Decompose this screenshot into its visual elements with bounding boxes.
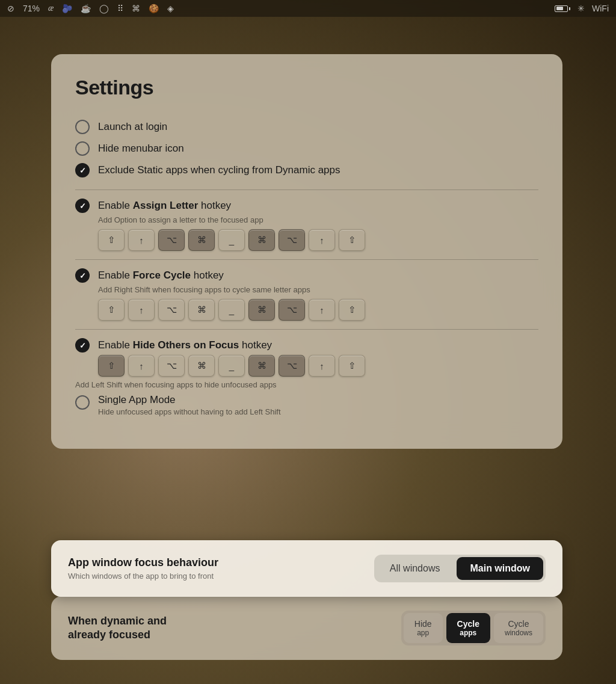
cycle-apps-button[interactable]: Cycle apps — [446, 613, 490, 643]
settings-panel: Settings Launch at login Hide menubar ic… — [51, 54, 562, 449]
ho-key-up-1[interactable]: ↑ — [128, 355, 155, 377]
force-cycle-checkbox[interactable] — [75, 268, 90, 283]
key-up-2[interactable]: ↑ — [309, 229, 335, 251]
divider-3 — [75, 329, 538, 330]
focus-card: App window focus behaviour Which windows… — [51, 540, 562, 597]
fc-key-option-2[interactable]: ⌥ — [279, 299, 305, 321]
bluetooth-icon: ✳ — [578, 4, 585, 13]
fc-key-sep-1[interactable]: _ — [218, 299, 245, 321]
hide-others-bold: Hide Others on Focus — [133, 339, 239, 351]
divider-2 — [75, 259, 538, 260]
wifi-icon: WiFi — [592, 4, 609, 13]
key-cmd-1[interactable]: ⌘ — [188, 229, 215, 251]
key-up-1[interactable]: ↑ — [128, 229, 155, 251]
battery-percent: 71% — [23, 4, 40, 13]
ho-key-option-1[interactable]: ⌥ — [158, 355, 185, 377]
force-cycle-title: Enable Force Cycle hotkey — [98, 270, 224, 282]
ho-key-option-2[interactable]: ⌥ — [279, 355, 305, 377]
settings-title: Settings — [75, 76, 538, 99]
exclude-static-checkbox[interactable] — [75, 163, 90, 177]
launch-login-row[interactable]: Launch at login — [75, 116, 538, 138]
assign-letter-checkbox[interactable] — [75, 199, 90, 213]
grid-icon: ⠿ — [117, 4, 123, 13]
ae-icon: æ — [48, 4, 54, 13]
hide-others-keys: ⇧ ↑ ⌥ ⌘ _ ⌘ ⌥ ↑ ⇧ — [98, 355, 538, 377]
key-shift-1[interactable]: ⇧ — [98, 229, 125, 251]
all-windows-button[interactable]: All windows — [377, 557, 454, 580]
circle-icon: ◯ — [99, 4, 109, 13]
launch-login-checkbox[interactable] — [75, 120, 90, 134]
ho-key-up-2[interactable]: ↑ — [309, 355, 335, 377]
fc-key-cmd-1[interactable]: ⌘ — [188, 299, 215, 321]
assign-letter-keys: ⇧ ↑ ⌥ ⌘ _ ⌘ ⌥ ↑ ⇧ — [98, 229, 538, 251]
fc-key-cmd-2[interactable]: ⌘ — [248, 299, 275, 321]
assign-letter-bold: Assign Letter — [133, 200, 199, 211]
menubar: ⊘ 71% æ 🫐 ☕ ◯ ⠿ ⌘ 🍪 ◈ ✳ WiFi — [0, 0, 616, 17]
layers-icon: ◈ — [167, 4, 174, 13]
force-cycle-bold: Force Cycle — [133, 270, 191, 281]
force-cycle-header: Enable Force Cycle hotkey — [75, 268, 538, 283]
key-cmd-2[interactable]: ⌘ — [248, 229, 275, 251]
dynamic-title: When dynamic and already focused — [68, 614, 167, 642]
ho-key-shift-2[interactable]: ⇧ — [339, 355, 365, 377]
menubar-left: ⊘ 71% æ 🫐 ☕ ◯ ⠿ ⌘ 🍪 ◈ — [7, 4, 174, 13]
hide-menubar-checkbox[interactable] — [75, 141, 90, 156]
command-icon: ⌘ — [132, 4, 140, 13]
hide-others-subtitle: Add Left Shift when focusing apps to hid… — [75, 380, 538, 389]
battery-icon — [555, 5, 570, 12]
exclude-static-row[interactable]: Exclude Static apps when cycling from Dy… — [75, 159, 538, 181]
force-cycle-keys: ⇧ ↑ ⌥ ⌘ _ ⌘ ⌥ ↑ ⇧ — [98, 299, 538, 321]
hide-menubar-row[interactable]: Hide menubar icon — [75, 138, 538, 159]
key-shift-2[interactable]: ⇧ — [339, 229, 365, 251]
force-cycle-section: Enable Force Cycle hotkey Add Right Shif… — [75, 268, 538, 321]
droplet-icon: 🫐 — [62, 4, 72, 13]
dynamic-buttons: Hide app Cycle apps Cycle windows — [401, 611, 546, 645]
fc-key-option-1[interactable]: ⌥ — [158, 299, 185, 321]
focus-card-text: App window focus behaviour Which windows… — [68, 556, 218, 581]
focus-card-buttons: All windows Main window — [374, 555, 546, 582]
exclude-static-label: Exclude Static apps when cycling from Dy… — [98, 164, 340, 176]
main-window-button[interactable]: Main window — [457, 557, 543, 580]
menubar-right: ✳ WiFi — [555, 4, 609, 13]
single-app-text: Single App Mode Hide unfocused apps with… — [98, 394, 281, 421]
divider-1 — [75, 189, 538, 190]
fc-key-shift-1[interactable]: ⇧ — [98, 299, 125, 321]
force-cycle-subtitle: Add Right Shift when focusing apps to cy… — [98, 285, 538, 294]
hide-others-section: Enable Hide Others on Focus hotkey ⇧ ↑ ⌥… — [75, 338, 538, 421]
hide-others-title: Enable Hide Others on Focus hotkey — [98, 339, 272, 351]
fc-key-up-2[interactable]: ↑ — [309, 299, 335, 321]
single-app-row[interactable]: Single App Mode Hide unfocused apps with… — [75, 394, 538, 421]
focus-card-title: App window focus behaviour — [68, 556, 218, 569]
cycle-windows-button[interactable]: Cycle windows — [494, 613, 543, 643]
single-app-sublabel: Hide unfocused apps without having to ad… — [98, 407, 281, 416]
ho-key-sep-1[interactable]: _ — [218, 355, 245, 377]
assign-letter-subtitle: Add Option to assign a letter to the foc… — [98, 215, 538, 224]
ho-key-shift-1[interactable]: ⇧ — [98, 355, 125, 377]
dynamic-section: When dynamic and already focused Hide ap… — [51, 596, 562, 660]
hide-menubar-label: Hide menubar icon — [98, 143, 184, 155]
assign-letter-header: Enable Assign Letter hotkey — [75, 199, 538, 213]
focus-card-subtitle: Which windows of the app to bring to fro… — [68, 572, 218, 581]
assign-letter-section: Enable Assign Letter hotkey Add Option t… — [75, 199, 538, 251]
circle-slash-icon: ⊘ — [7, 4, 14, 13]
key-sep-1[interactable]: _ — [218, 229, 245, 251]
coffee-icon: ☕ — [81, 4, 91, 13]
ho-key-cmd-1[interactable]: ⌘ — [188, 355, 215, 377]
assign-letter-title: Enable Assign Letter hotkey — [98, 200, 231, 212]
launch-login-label: Launch at login — [98, 121, 167, 133]
cookie-icon: 🍪 — [149, 4, 159, 13]
key-option-1[interactable]: ⌥ — [158, 229, 185, 251]
single-app-label: Single App Mode — [98, 394, 281, 406]
single-app-checkbox[interactable] — [75, 395, 90, 410]
dynamic-text: When dynamic and already focused — [68, 614, 167, 642]
ho-key-cmd-2[interactable]: ⌘ — [248, 355, 275, 377]
hide-others-header: Enable Hide Others on Focus hotkey — [75, 338, 538, 353]
fc-key-up-1[interactable]: ↑ — [128, 299, 155, 321]
fc-key-shift-2[interactable]: ⇧ — [339, 299, 365, 321]
hide-others-checkbox[interactable] — [75, 338, 90, 353]
key-option-2[interactable]: ⌥ — [279, 229, 305, 251]
hide-app-button[interactable]: Hide app — [404, 613, 443, 643]
